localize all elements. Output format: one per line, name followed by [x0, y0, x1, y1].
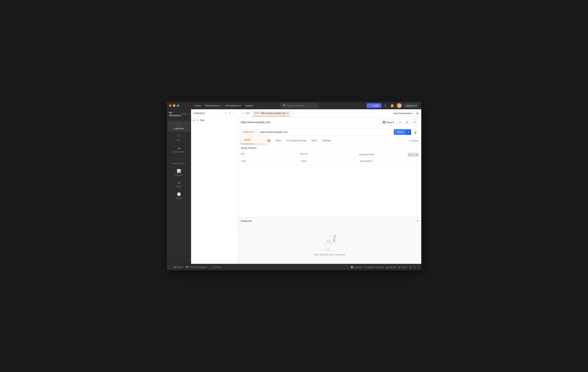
- environment-selector[interactable]: New Environment ▾: [391, 111, 415, 116]
- titlebar: ‹ › Home Workspaces ▾ API Network ▾ Expl…: [167, 102, 421, 109]
- sidebar-header: My Workspace New Import: [167, 109, 191, 119]
- cookies-link[interactable]: Cookies: [410, 139, 418, 142]
- send-button-group: Send ▾: [394, 129, 411, 135]
- add-collection-button[interactable]: +: [224, 111, 227, 115]
- sidebar-item-flows[interactable]: ⊕ Flows: [168, 179, 190, 190]
- sidebar-toggle-button[interactable]: ⬚: [169, 266, 171, 269]
- invite-button[interactable]: 👥 Invite: [367, 103, 381, 108]
- notifications-button[interactable]: 🔔: [389, 103, 395, 108]
- home-nav-item[interactable]: Home: [193, 103, 203, 108]
- environment-settings-button[interactable]: ⊞: [415, 111, 420, 116]
- code-button[interactable]: </>: [411, 119, 418, 125]
- chevron-down-icon: ▾: [220, 104, 221, 107]
- find-replace-icon: 🔍: [186, 266, 189, 269]
- svg-point-6: [330, 240, 331, 241]
- close-button[interactable]: [169, 104, 171, 107]
- more-collections-button[interactable]: ···: [232, 111, 235, 115]
- sidebar-item-label: Monitors: [175, 174, 183, 176]
- params-title: Query Params: [241, 146, 418, 149]
- method-option-post[interactable]: POST: [241, 137, 267, 143]
- value-input[interactable]: [300, 159, 359, 163]
- chevron-down-icon: ▾: [412, 112, 413, 114]
- description-input[interactable]: [359, 159, 418, 163]
- upgrade-button[interactable]: Upgrade ▾: [403, 103, 419, 108]
- search-bar[interactable]: 🔍 Search Postman: [281, 103, 318, 108]
- api-network-nav-item[interactable]: API Network ▾: [223, 103, 243, 108]
- sidebar-toggle-icon: ⬚: [169, 266, 171, 269]
- sidebar-nav: ⬚ Collections ⬡ APIs ☁ Environments ⬚ Mo…: [167, 119, 191, 264]
- tab-tests[interactable]: Tests: [309, 137, 320, 144]
- explore-nav-item[interactable]: Explore: [243, 103, 255, 108]
- key-cell: [241, 159, 300, 163]
- save-icon: 💾: [383, 121, 386, 124]
- tab-label: Test: [246, 112, 250, 114]
- grid-icon: ⊞: [410, 266, 411, 269]
- request-area: https://www.example.com 💾 Save ▾ ✏ ☰ </>: [238, 117, 421, 264]
- collection-item[interactable]: ▶ 📁 Test: [191, 118, 238, 123]
- sidebar-item-environments[interactable]: ☁ Environments: [168, 144, 190, 155]
- cookies-status-button[interactable]: 🍪 Cookies: [350, 266, 362, 269]
- sidebar-item-apis[interactable]: ⬡ APIs: [168, 132, 190, 143]
- app-window: ‹ › Home Workspaces ▾ API Network ▾ Expl…: [167, 102, 421, 270]
- chevron-down-icon: ▾: [240, 104, 241, 107]
- back-button[interactable]: ‹: [182, 103, 185, 108]
- forward-button[interactable]: ›: [186, 103, 189, 108]
- invite-icon: 👥: [369, 104, 372, 107]
- method-chevron-icon: ▾: [253, 131, 254, 134]
- sidebar-item-monitors[interactable]: 📊 Monitors: [168, 167, 190, 178]
- search-placeholder: Search Postman: [287, 104, 305, 107]
- runner-button[interactable]: ▶ Runner: [387, 266, 396, 269]
- sidebar-item-history[interactable]: 🕐 History: [168, 190, 190, 201]
- grid-view-button[interactable]: ⊞: [410, 266, 411, 269]
- trash-button[interactable]: 🗑 Trash: [399, 266, 407, 269]
- response-chevron-icon[interactable]: ▾: [417, 219, 418, 222]
- console-button[interactable]: ⬚ Console: [210, 266, 221, 269]
- tab-body[interactable]: Body: [273, 137, 284, 144]
- save-button[interactable]: 💾 Save ▾: [380, 120, 396, 125]
- find-replace-button[interactable]: 🔍 Find and Replace: [186, 266, 207, 269]
- tab-settings[interactable]: Settings: [320, 137, 334, 144]
- params-more-button[interactable]: ···: [375, 153, 379, 156]
- tab-test[interactable]: 📄 Test: [239, 110, 252, 116]
- response-section: Response ▾: [238, 217, 421, 264]
- url-input[interactable]: [258, 129, 392, 135]
- description-button[interactable]: ☰: [404, 119, 410, 125]
- settings-button[interactable]: ⚙: [383, 103, 388, 108]
- send-options-button[interactable]: ▾: [406, 129, 411, 135]
- capture-requests-button[interactable]: ⊕ Capture requests: [365, 266, 384, 269]
- tab-file-icon: 📄: [242, 112, 244, 114]
- svg-point-5: [337, 242, 337, 243]
- new-button[interactable]: New: [181, 112, 188, 116]
- send-button[interactable]: Send: [394, 129, 406, 135]
- collections-actions: + ≡ ···: [224, 111, 235, 115]
- more-tabs-button[interactable]: ···: [341, 111, 346, 116]
- main-content: My Workspace New Import ⬚ Collections ⬡ …: [167, 109, 421, 264]
- key-input[interactable]: [241, 159, 300, 163]
- sidebar-item-label: Flows: [176, 186, 182, 188]
- sidebar-item-label: Collections: [174, 127, 184, 130]
- edit-button[interactable]: ✏: [398, 119, 403, 125]
- workspaces-nav-item[interactable]: Workspaces ▾: [203, 103, 222, 108]
- svg-point-7: [339, 236, 339, 236]
- filter-collections-button[interactable]: ≡: [228, 111, 231, 115]
- help-icon: ?: [418, 266, 419, 269]
- sidebar-item-collections[interactable]: ⬚ Collections: [168, 121, 190, 132]
- online-status[interactable]: Online: [174, 266, 183, 269]
- tab-example-active[interactable]: POST https://www.example.com: [252, 110, 291, 116]
- method-label: POST: [243, 131, 250, 134]
- collections-panel-title: Collections: [193, 112, 205, 114]
- sync-button[interactable]: ↻: [414, 266, 415, 269]
- bulk-edit-button[interactable]: Bulk Edit: [408, 153, 418, 156]
- help-button[interactable]: ?: [418, 266, 419, 269]
- tab-method-label: POST: [254, 112, 260, 114]
- add-tab-button[interactable]: +: [291, 111, 295, 116]
- nav-buttons: ‹ ›: [182, 103, 189, 108]
- minimize-button[interactable]: [173, 104, 175, 107]
- method-selector[interactable]: POST ⊗ ▾: [241, 129, 256, 135]
- tab-pre-request[interactable]: Pre-request Script: [284, 137, 309, 144]
- maximize-button[interactable]: [177, 104, 179, 107]
- avatar[interactable]: P: [397, 103, 402, 108]
- lightbulb-button[interactable]: 💡: [413, 129, 418, 135]
- sidebar-item-mock-servers[interactable]: ⬚ Mock Servers: [168, 155, 190, 166]
- statusbar-right: 🍪 Cookies ⊕ Capture requests ▶ Runner 🗑 …: [350, 266, 419, 269]
